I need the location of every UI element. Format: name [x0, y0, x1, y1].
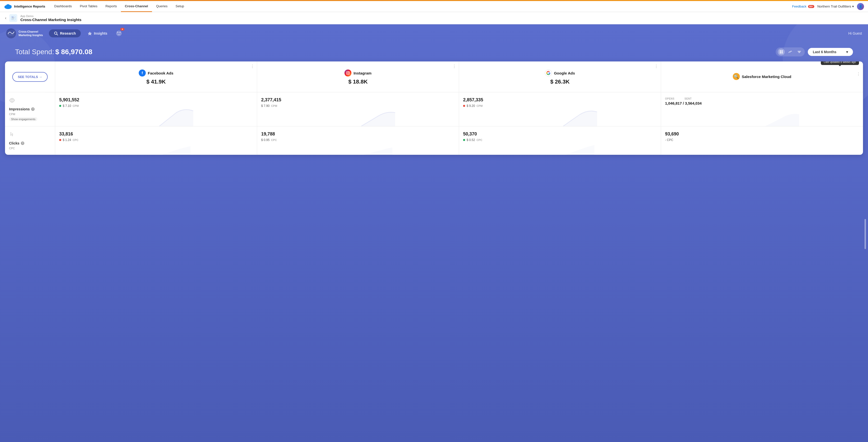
instagram-impressions-cpm: $ 7.90 [261, 104, 270, 107]
facebook-clicks-indicator [59, 139, 61, 141]
ai-button[interactable]: 6 [114, 29, 123, 38]
insights-icon [88, 31, 92, 35]
app-name: Intelligence Reports [14, 4, 45, 8]
date-filter-dropdown[interactable]: Last 6 Months ▾ [808, 48, 853, 56]
svg-rect-20 [781, 51, 783, 52]
google-clicks-cpc-label: CPC [476, 138, 482, 141]
instagram-clicks-cell: 19,788 $ 0.95 CPC [257, 126, 459, 155]
svg-point-16 [119, 32, 120, 33]
google-impressions-chart [499, 106, 661, 126]
google-column-header: ⋮ Google Ads $ 26.3K [459, 61, 661, 92]
facebook-column-menu[interactable]: ⋮ [250, 64, 254, 69]
facebook-clicks-value: 33,816 [59, 131, 253, 137]
facebook-impressions-cell: 5,901,552 $ 7.10 CPM [55, 92, 257, 126]
impressions-row: Impressions ? CPM Show engagements 5,901… [5, 92, 863, 126]
sfmc-impressions-chart [702, 106, 863, 126]
instagram-column-menu[interactable]: ⋮ [452, 64, 456, 69]
google-icon [545, 69, 552, 76]
svg-point-17 [117, 32, 118, 32]
google-impressions-cell: 2,857,335 $ 9.20 CPM [459, 92, 661, 126]
nav-reports[interactable]: Reports [101, 1, 121, 12]
breadcrumb-app-label: App Demo [20, 14, 81, 18]
instagram-spend: $ 18.8K [348, 78, 368, 85]
impressions-label-cell: Impressions ? CPM Show engagements [5, 92, 55, 126]
total-spend-display: Total Spend: $ 86,970.08 [15, 48, 92, 56]
svg-line-12 [57, 34, 58, 35]
nav-right: Feedback 99+ Northern Trail Outfitters ▾… [792, 3, 864, 10]
instagram-impressions-cell: 2,377,415 $ 7.90 CPM [257, 92, 459, 126]
facebook-impressions-value: 5,901,552 [59, 97, 253, 103]
table-header: SEE TOTALS → ⋮ f Facebook Ads $ 41.9K ⋮ [5, 61, 863, 92]
svg-rect-5 [12, 17, 13, 17]
sfmc-clicks-value: 93,690 [665, 131, 859, 137]
see-totals-button[interactable]: SEE TOTALS → [12, 72, 48, 82]
sfmc-platform-name: Salesforce Marketing Cloud [742, 74, 792, 79]
breadcrumb-title: Cross-Channel Marketing Insights [20, 18, 81, 22]
facebook-clicks-cpc: $ 1.24 [63, 138, 71, 142]
insights-tab[interactable]: Insights [83, 29, 113, 37]
breadcrumb-bar: ‹ App Demo Cross-Channel Marketing Insig… [0, 12, 868, 24]
google-impressions-indicator [463, 105, 465, 107]
sub-nav-logo-text: Cross-Channel Marketing Insights [19, 30, 43, 37]
research-icon [54, 31, 58, 35]
sfmc-clicks-cell: 93,690 - CPC [661, 126, 863, 155]
nav-setup[interactable]: Setup [172, 1, 188, 12]
show-engagements-button[interactable]: Show engagements [9, 117, 37, 121]
google-clicks-indicator [463, 139, 465, 141]
breadcrumb-icon [9, 14, 17, 22]
nav-cross-channel[interactable]: Cross-Channel [121, 1, 152, 12]
google-impressions-cpm-label: CPM [476, 104, 483, 107]
google-clicks-value: 50,370 [463, 131, 657, 137]
clicks-info-icon[interactable]: ? [21, 141, 24, 145]
facebook-column-header: ⋮ f Facebook Ads $ 41.9K [55, 61, 257, 92]
greeting: Hi Guest [848, 31, 862, 35]
view-toggle [776, 48, 805, 57]
facebook-impressions-cpm: $ 7.10 [63, 104, 71, 107]
impressions-info-icon[interactable]: ? [31, 107, 35, 111]
nav-queries[interactable]: Queries [152, 1, 172, 12]
google-clicks-chart [499, 138, 661, 155]
clicks-label-cell: Clicks ? CPC [5, 126, 55, 155]
spend-controls: Last 6 Months ▾ [776, 48, 853, 57]
sfmc-impressions-cell: OPENS SENT 1,046,817 / 3,564,034 [661, 92, 863, 126]
facebook-clicks-cpc-label: CPC [72, 138, 78, 141]
sub-nav-logo: Cross-Channel Marketing Insights [6, 28, 43, 38]
svg-point-29 [11, 99, 13, 101]
ai-icon [116, 30, 122, 36]
nav-items: Dashboards Pivot Tables Reports Cross-Ch… [50, 1, 792, 12]
svg-point-18 [120, 32, 121, 32]
instagram-impressions-chart [298, 106, 459, 126]
feedback-button[interactable]: Feedback 99+ [792, 4, 814, 8]
google-platform-name: Google Ads [554, 71, 575, 75]
scroll-indicator[interactable] [865, 219, 866, 249]
svg-rect-6 [12, 18, 15, 18]
instagram-column-header: ⋮ Instagram $ 18.8K [257, 61, 459, 92]
ai-badge: 6 [120, 28, 124, 31]
google-column-menu[interactable]: ⋮ [654, 64, 658, 69]
svg-point-27 [347, 72, 349, 74]
sfmc-impressions-value: 1,046,817 / 3,564,034 [665, 101, 859, 105]
app-logo-icon [6, 28, 16, 38]
nav-dashboards[interactable]: Dashboards [50, 1, 76, 12]
chart-view-button[interactable] [787, 49, 794, 56]
back-button[interactable]: ‹ [5, 16, 6, 20]
feedback-badge: 99+ [808, 5, 814, 8]
chart-icon [788, 50, 792, 54]
user-avatar[interactable]: 👤 [857, 3, 864, 10]
svg-rect-7 [12, 18, 14, 19]
grid-view-button[interactable] [778, 49, 785, 56]
filter-view-button[interactable] [796, 49, 803, 56]
facebook-icon: f [139, 69, 146, 76]
instagram-clicks-cpc-label: CPC [271, 138, 277, 141]
research-tab[interactable]: Research [49, 29, 81, 37]
instagram-clicks-value: 19,788 [261, 131, 455, 137]
clicks-row: Clicks ? CPC 33,816 $ 1.24 CPC [5, 126, 863, 155]
sfmc-column-menu[interactable]: ⋮ [857, 71, 861, 76]
clicks-title: Clicks ? [9, 141, 51, 145]
nav-pivot-tables[interactable]: Pivot Tables [76, 1, 101, 12]
org-selector[interactable]: Northern Trail Outfitters ▾ [817, 4, 854, 8]
app-logo[interactable]: Intelligence Reports [4, 4, 45, 9]
google-clicks-cpc: $ 0.52 [467, 138, 475, 142]
see-totals-column-header: SEE TOTALS → [5, 61, 55, 92]
tooltip: Last updated 8 weeks ago [821, 61, 859, 65]
